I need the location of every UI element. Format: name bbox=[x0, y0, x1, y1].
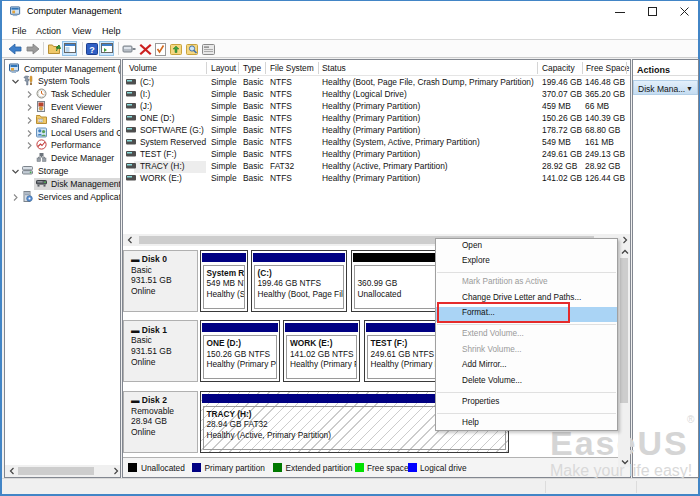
svg-text:22: 22 bbox=[39, 119, 43, 123]
svg-text:?: ? bbox=[89, 45, 95, 55]
